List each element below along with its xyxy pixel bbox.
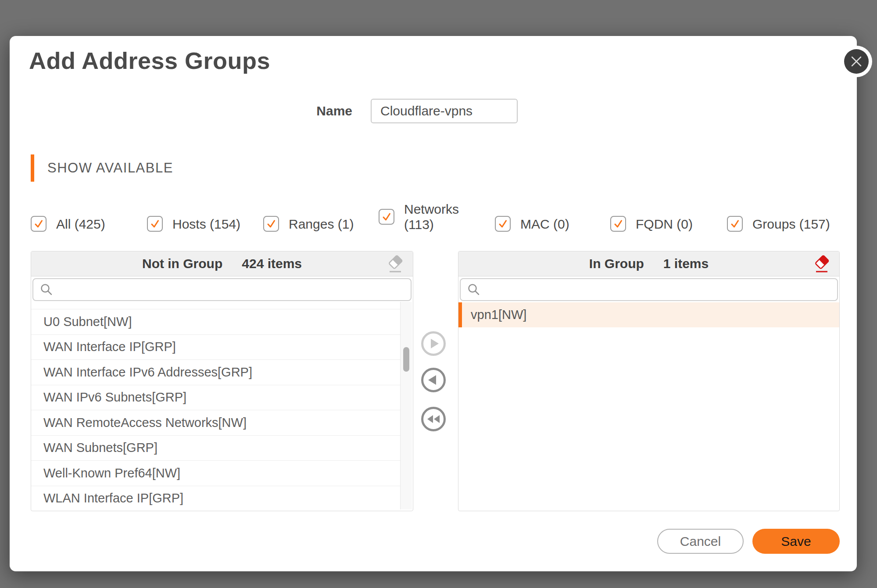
checkbox-all[interactable]: [31, 216, 47, 232]
not-in-group-header: Not in Group 424 items: [31, 251, 413, 276]
in-group-header: In Group 1 items: [458, 251, 839, 276]
list-item[interactable]: Well-Known Pref64[NW]: [31, 460, 401, 486]
not-in-group-panel: Not in Group 424 items U0 Subnet[NW] WAN…: [31, 251, 413, 511]
filter-ranges[interactable]: Ranges (1): [263, 216, 354, 232]
scrollbar[interactable]: [400, 302, 412, 509]
checkmark-icon: [33, 218, 44, 229]
list-item[interactable]: WAN IPv6 Subnets[GRP]: [31, 385, 401, 410]
checkmark-icon: [729, 218, 741, 229]
list-item[interactable]: WAN Interface IPv6 Addresses[GRP]: [31, 359, 401, 385]
search-icon: [39, 283, 54, 297]
list-item[interactable]: WAN RemoteAccess Networks[NW]: [31, 410, 401, 435]
checkbox-hosts[interactable]: [147, 216, 163, 232]
move-all-left-button[interactable]: [421, 407, 446, 431]
not-in-group-search: [32, 278, 412, 301]
section-label: SHOW AVAILABLE: [47, 160, 173, 176]
checkmark-icon: [497, 218, 508, 229]
filter-label: FQDN (0): [636, 216, 693, 232]
eraser-icon[interactable]: [813, 254, 830, 273]
in-group-panel: In Group 1 items vpn1[NW]: [458, 251, 840, 511]
panel-item-count: 1 items: [663, 256, 709, 271]
list-item-selected[interactable]: vpn1[NW]: [458, 302, 839, 327]
eraser-icon[interactable]: [387, 254, 404, 273]
panel-title: Not in Group: [142, 256, 222, 271]
filter-networks[interactable]: Networks (113): [379, 201, 463, 232]
filter-label: All (425): [56, 216, 105, 232]
panel-title: In Group: [589, 256, 644, 271]
move-right-button[interactable]: [421, 331, 446, 356]
save-button[interactable]: Save: [752, 529, 840, 554]
checkbox-networks[interactable]: [379, 209, 394, 225]
checkmark-icon: [149, 218, 161, 229]
page-title: Add Address Groups: [29, 47, 270, 75]
checkbox-groups[interactable]: [727, 216, 743, 232]
show-available-section: SHOW AVAILABLE: [31, 154, 173, 182]
close-icon: [844, 49, 869, 74]
list-item[interactable]: U0 Subnet[NW]: [31, 309, 401, 334]
list-item[interactable]: WLAN Interface IP[GRP]: [31, 486, 401, 510]
filter-label: Ranges (1): [289, 216, 354, 232]
close-button[interactable]: [841, 46, 872, 77]
filter-label: Groups (157): [752, 216, 830, 232]
not-in-group-list: U0 Subnet[NW] WAN Interface IP[GRP] WAN …: [31, 309, 401, 510]
panel-item-count: 424 items: [242, 256, 302, 271]
scrollbar-thumb[interactable]: [403, 347, 409, 372]
list-item[interactable]: WAN Subnets[GRP]: [31, 435, 401, 461]
cancel-button[interactable]: Cancel: [657, 529, 744, 554]
checkmark-icon: [612, 218, 624, 229]
name-input[interactable]: [371, 99, 518, 123]
filter-mac[interactable]: MAC (0): [495, 216, 569, 232]
checkbox-fqdn[interactable]: [610, 216, 626, 232]
checkbox-mac[interactable]: [495, 216, 511, 232]
filter-hosts[interactable]: Hosts (154): [147, 216, 240, 232]
screen-background: { "colors": { "accent_orange": "#f97316"…: [0, 0, 877, 588]
arrow-left-icon: [423, 370, 444, 390]
search-icon: [467, 283, 481, 297]
checkbox-ranges[interactable]: [263, 216, 279, 232]
filter-label: Hosts (154): [172, 216, 240, 232]
search-input[interactable]: [486, 282, 831, 298]
in-group-list: vpn1[NW]: [458, 302, 839, 510]
search-input[interactable]: [59, 282, 404, 298]
arrow-right-icon: [423, 333, 444, 354]
filter-fqdn[interactable]: FQDN (0): [610, 216, 693, 232]
filter-groups[interactable]: Groups (157): [727, 216, 830, 232]
name-label: Name: [273, 99, 352, 123]
move-left-button[interactable]: [421, 368, 446, 392]
checkmark-icon: [265, 218, 277, 229]
double-arrow-left-icon: [423, 409, 444, 429]
checkmark-icon: [381, 211, 392, 222]
list-item[interactable]: WAN Interface IP[GRP]: [31, 334, 401, 360]
filter-label: MAC (0): [520, 216, 569, 232]
add-address-groups-dialog: Add Address Groups Name SHOW AVAILABLE A…: [10, 36, 857, 571]
filter-all[interactable]: All (425): [31, 216, 105, 232]
section-accent-bar: [31, 154, 34, 182]
in-group-search: [460, 278, 838, 301]
filter-label: Networks (113): [404, 201, 463, 232]
